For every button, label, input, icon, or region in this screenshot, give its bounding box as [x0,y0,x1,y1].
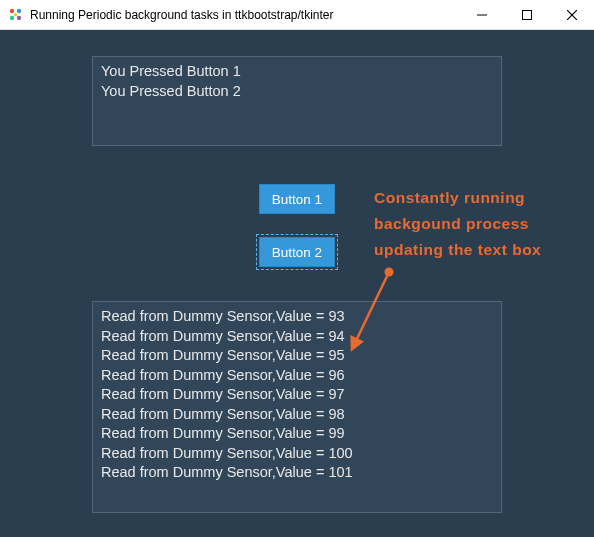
minimize-button[interactable] [459,0,504,30]
window-title: Running Periodic background tasks in ttk… [30,8,459,22]
client-area: You Pressed Button 1 You Pressed Button … [0,30,594,537]
annotation-label: Constantly running backgound process upd… [374,185,584,263]
svg-point-0 [10,8,14,12]
svg-point-2 [10,15,14,19]
svg-point-3 [17,15,21,19]
button-2[interactable]: Button 2 [259,237,335,267]
lower-textbox[interactable]: Read from Dummy Sensor,Value = 93 Read f… [92,301,502,513]
maximize-button[interactable] [504,0,549,30]
titlebar: Running Periodic background tasks in ttk… [0,0,594,30]
svg-point-1 [17,8,21,12]
svg-point-9 [385,268,394,277]
svg-point-4 [14,12,17,15]
close-button[interactable] [549,0,594,30]
button-1[interactable]: Button 1 [259,184,335,214]
app-icon [8,7,24,23]
svg-rect-6 [522,11,531,20]
window-controls [459,0,594,29]
upper-textbox[interactable]: You Pressed Button 1 You Pressed Button … [92,56,502,146]
